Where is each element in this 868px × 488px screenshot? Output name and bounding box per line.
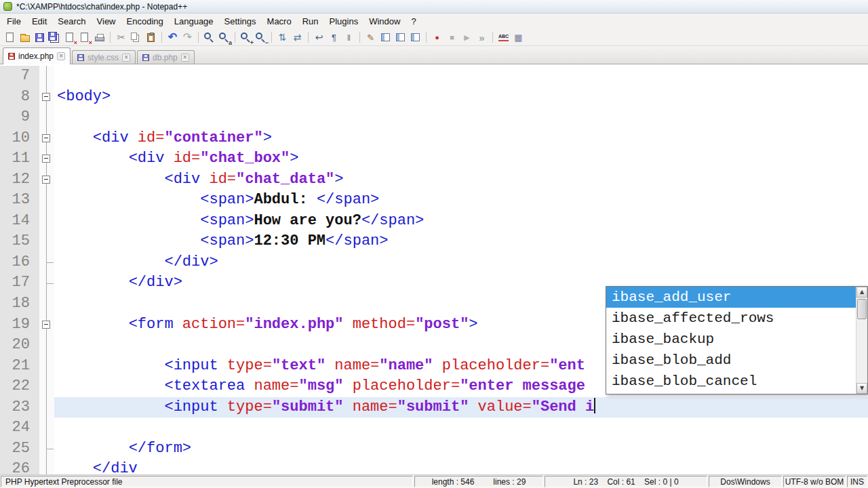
menu-language[interactable]: Language — [169, 14, 219, 28]
save-icon[interactable] — [33, 31, 46, 44]
tab-style-css[interactable]: style.css — [72, 50, 136, 64]
tab-close-icon[interactable] — [181, 54, 189, 62]
paste-icon[interactable] — [144, 31, 157, 44]
fold-margin — [39, 335, 54, 356]
code-text-line-24[interactable] — [54, 418, 868, 439]
code-text-line-14[interactable]: <span>How are you?</span> — [54, 211, 868, 232]
tab-bar: index.phpstyle.cssdb.php — [0, 46, 868, 64]
menu-settings[interactable]: Settings — [219, 14, 262, 28]
code-text-line-15[interactable]: <span>12:30 PM</span> — [54, 231, 868, 252]
title-bar: *C:\XAMPP\htdocs\chat\index.php - Notepa… — [0, 0, 868, 14]
code-text-line-26[interactable]: </div — [54, 459, 868, 474]
line-number: 7 — [0, 66, 39, 87]
status-bar: PHP Hypertext Preprocessor file length :… — [0, 474, 868, 488]
code-text-line-13[interactable]: <span>Abdul: </span> — [54, 190, 868, 211]
unsaved-indicator-icon — [8, 53, 15, 60]
code-area[interactable]: 78<body>910 <div id="container">11 <div … — [0, 64, 868, 474]
code-text-line-16[interactable]: </div> — [54, 252, 868, 273]
editor-line-8: 8<body> — [0, 87, 868, 108]
menu-plugins[interactable]: Plugins — [324, 14, 364, 28]
tab-label: style.css — [87, 53, 119, 62]
fold-marker[interactable] — [39, 169, 54, 190]
print-icon[interactable] — [93, 31, 106, 44]
menu-window[interactable]: Window — [363, 14, 406, 28]
save-all-icon[interactable] — [48, 31, 61, 44]
scroll-up-arrow-icon[interactable] — [856, 287, 867, 298]
fold-marker[interactable] — [39, 148, 54, 169]
code-text-line-12[interactable]: <div id="chat_data"> — [54, 169, 868, 190]
status-length-lines: length : 546lines : 29 — [414, 476, 543, 487]
editor-line-14: 14 <span>How are you?</span> — [0, 211, 868, 232]
line-number: 21 — [0, 356, 39, 377]
redo-icon[interactable]: ↷ — [181, 31, 194, 44]
autocomplete-item[interactable]: ibase_blob_cancel — [606, 371, 856, 392]
tab-close-icon[interactable] — [57, 52, 65, 60]
zoom-in-icon[interactable]: + — [239, 31, 252, 44]
fold-margin — [39, 211, 54, 232]
copy-icon[interactable] — [130, 31, 142, 44]
line-number: 11 — [0, 148, 39, 169]
menu-view[interactable]: View — [92, 14, 121, 28]
code-text-line-9[interactable] — [54, 107, 868, 128]
sync-vertical-scrolling-icon[interactable]: ⇅ — [276, 31, 289, 44]
new-file-icon[interactable] — [3, 31, 16, 44]
tab-index-php[interactable]: index.php — [3, 47, 71, 64]
macro-run-multiple-icon[interactable]: » — [475, 31, 488, 44]
menu-help[interactable]: ? — [406, 14, 421, 28]
function-list-icon[interactable] — [379, 31, 392, 44]
autocomplete-item[interactable]: ibase_affected_rows — [606, 308, 856, 329]
find-icon[interactable] — [203, 31, 216, 44]
spell-check-icon[interactable]: ABC — [497, 31, 510, 44]
close-all-icon[interactable]: × — [78, 31, 91, 44]
autocomplete-item[interactable]: ibase_backup — [606, 329, 856, 350]
tab-db-php[interactable]: db.php — [137, 50, 195, 64]
user-defined-dialog-icon[interactable]: ✎ — [364, 31, 377, 44]
sync-horizontal-scrolling-icon[interactable]: ⇄ — [291, 31, 304, 44]
autocomplete-scrollbar[interactable] — [856, 287, 867, 394]
fold-margin — [39, 356, 54, 377]
macro-record-icon[interactable]: ● — [431, 31, 443, 44]
fold-margin — [39, 397, 54, 418]
status-lines: lines : 29 — [493, 477, 526, 487]
word-wrap-icon[interactable]: ↩ — [313, 31, 326, 44]
menu-edit[interactable]: Edit — [26, 14, 52, 28]
menu-file[interactable]: File — [1, 14, 26, 28]
line-number: 22 — [0, 376, 39, 397]
fold-marker[interactable] — [39, 87, 54, 108]
macro-stop-icon[interactable]: ■ — [446, 31, 458, 44]
cut-icon[interactable]: ✂ — [115, 31, 127, 44]
code-text-line-7[interactable] — [54, 66, 868, 87]
status-encoding: UTF-8 w/o BOM — [783, 476, 846, 487]
indent-guide-icon[interactable]: ‖ — [342, 31, 355, 44]
code-text-line-10[interactable]: <div id="container"> — [54, 128, 868, 149]
code-text-line-8[interactable]: <body> — [54, 87, 868, 108]
menu-macro[interactable]: Macro — [262, 14, 297, 28]
editor-pane[interactable]: 78<body>910 <div id="container">11 <div … — [0, 64, 868, 474]
menu-encoding[interactable]: Encoding — [121, 14, 169, 28]
autocomplete-item[interactable]: ibase_add_user — [606, 287, 856, 308]
open-file-icon[interactable] — [18, 31, 31, 44]
fold-marker[interactable] — [39, 128, 54, 149]
tab-close-icon[interactable] — [122, 54, 130, 62]
plugins-admin-icon[interactable]: ▦ — [512, 31, 525, 44]
show-all-characters-icon[interactable]: ¶ — [328, 31, 340, 44]
undo-icon[interactable]: ↶ — [166, 31, 179, 44]
document-map-icon[interactable] — [394, 31, 407, 44]
scroll-down-arrow-icon[interactable] — [856, 383, 867, 394]
close-icon[interactable]: × — [63, 31, 76, 44]
code-text-line-25[interactable]: </form> — [54, 439, 868, 460]
toolbar-separator — [271, 32, 272, 43]
document-list-icon[interactable] — [409, 31, 422, 44]
code-text-line-23[interactable]: <input type="submit" name="submit" value… — [54, 397, 868, 418]
menu-search[interactable]: Search — [52, 14, 91, 28]
replace-icon[interactable]: a — [218, 31, 231, 44]
fold-marker[interactable] — [39, 314, 54, 336]
line-number: 20 — [0, 335, 39, 356]
autocomplete-item[interactable]: ibase_blob_add — [606, 350, 856, 371]
scrollbar-track[interactable] — [856, 298, 867, 383]
code-text-line-11[interactable]: <div id="chat_box"> — [54, 148, 868, 169]
menu-run[interactable]: Run — [297, 14, 324, 28]
zoom-out-icon[interactable]: − — [254, 31, 267, 44]
macro-playback-icon[interactable]: ▶ — [460, 31, 473, 44]
scrollbar-thumb[interactable] — [857, 299, 867, 319]
